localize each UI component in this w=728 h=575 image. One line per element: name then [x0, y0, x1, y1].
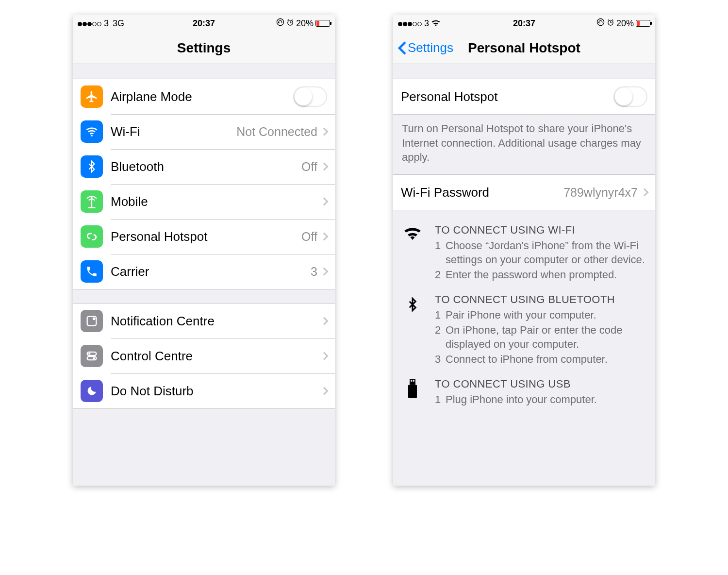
airplane-icon: [81, 85, 103, 108]
row-label: Mobile: [111, 194, 321, 209]
phone-icon: [81, 260, 103, 283]
chevron-right-icon: [320, 128, 329, 136]
wifi-status-icon: [431, 18, 441, 29]
battery-percent: 20%: [616, 18, 634, 29]
hotspot-screen: 3 20:37 20% Settings Personal Hotspot Pe…: [393, 15, 655, 486]
signal-dots-icon: [78, 18, 102, 29]
svg-line-4: [287, 19, 288, 20]
svg-line-22: [612, 19, 613, 20]
cellular-icon: [81, 190, 103, 213]
svg-rect-24: [411, 380, 412, 382]
instructions-bluetooth: TO CONNECT USING BLUETOOTH 1Pair iPhone …: [401, 293, 647, 366]
row-control-centre[interactable]: Control Centre: [73, 338, 335, 373]
wifi-icon: [401, 224, 424, 282]
airplane-toggle[interactable]: [293, 86, 327, 107]
row-do-not-disturb[interactable]: Do Not Disturb: [73, 373, 335, 408]
instructions-wifi: TO CONNECT USING WI-FI 1Choose “Jordan's…: [401, 224, 647, 282]
bluetooth-icon: [81, 155, 103, 178]
carrier-name: 3: [424, 18, 429, 29]
row-value: Off: [301, 230, 317, 244]
row-value: 789wlynyr4x7: [563, 186, 638, 200]
row-label: Notification Centre: [111, 314, 321, 329]
row-mobile[interactable]: Mobile: [73, 184, 335, 219]
hotspot-password-group: Wi-Fi Password 789wlynyr4x7: [393, 174, 655, 210]
battery-icon: [315, 20, 330, 27]
row-label: Control Centre: [111, 349, 321, 364]
row-carrier[interactable]: Carrier 3: [73, 254, 335, 289]
hotspot-toggle[interactable]: [613, 86, 647, 107]
row-label: Personal Hotspot: [401, 89, 613, 104]
wifi-icon: [81, 120, 103, 143]
orientation-lock-icon: [596, 18, 605, 29]
instructions-step: Enter the password when prompted.: [446, 268, 617, 282]
bluetooth-icon: [401, 293, 424, 366]
row-wifi-password[interactable]: Wi-Fi Password 789wlynyr4x7: [393, 175, 655, 210]
row-label: Carrier: [111, 264, 311, 279]
network-type: 3G: [113, 18, 124, 29]
battery-percent: 20%: [296, 18, 314, 29]
settings-screen: 3 3G 20:37 20% Settings Airplane Mode: [73, 15, 335, 486]
chevron-right-icon: [320, 352, 329, 360]
clock: 20:37: [162, 18, 246, 29]
instructions-title: TO CONNECT USING BLUETOOTH: [435, 293, 647, 306]
svg-line-21: [608, 19, 609, 20]
clock: 20:37: [482, 18, 566, 29]
row-label: Wi-Fi: [111, 124, 236, 139]
status-bar: 3 3G 20:37 20%: [73, 15, 335, 32]
row-notification-centre[interactable]: Notification Centre: [73, 304, 335, 338]
svg-point-0: [277, 18, 283, 25]
svg-point-17: [597, 18, 604, 25]
chevron-right-icon: [320, 233, 329, 241]
back-label: Settings: [408, 40, 453, 55]
row-hotspot-toggle[interactable]: Personal Hotspot: [393, 79, 655, 114]
instructions-step: Pair iPhone with your computer.: [446, 308, 596, 322]
row-label: Airplane Mode: [111, 89, 293, 104]
alarm-icon: [607, 18, 614, 29]
page-title: Personal Hotspot: [468, 40, 580, 56]
row-value: 3: [311, 265, 317, 279]
chevron-right-icon: [320, 317, 329, 325]
signal-dots-icon: [398, 18, 422, 29]
row-wifi[interactable]: Wi-Fi Not Connected: [73, 114, 335, 149]
alarm-icon: [286, 18, 294, 29]
back-button[interactable]: Settings: [398, 32, 453, 64]
settings-group-notifications: Notification Centre Control Centre Do No…: [73, 303, 335, 409]
instructions: TO CONNECT USING WI-FI 1Choose “Jordan's…: [393, 210, 655, 406]
svg-point-16: [93, 357, 95, 359]
chevron-right-icon: [320, 198, 329, 206]
settings-group-connectivity: Airplane Mode Wi-Fi Not Connected Blueto…: [73, 79, 335, 289]
orientation-lock-icon: [276, 18, 284, 29]
svg-point-14: [88, 353, 90, 355]
battery-icon: [636, 20, 650, 27]
nav-bar: Settings: [73, 32, 335, 64]
hotspot-toggle-group: Personal Hotspot: [393, 79, 655, 115]
row-personal-hotspot[interactable]: Personal Hotspot Off: [73, 219, 335, 254]
svg-point-6: [91, 135, 93, 136]
hotspot-description: Turn on Personal Hotspot to share your i…: [393, 115, 655, 171]
chevron-right-icon: [320, 268, 329, 276]
instructions-title: TO CONNECT USING WI-FI: [435, 224, 647, 237]
usb-icon: [401, 378, 424, 406]
hotspot-icon: [81, 225, 103, 248]
svg-rect-25: [413, 380, 414, 382]
instructions-step: Plug iPhone into your computer.: [446, 392, 597, 406]
chevron-right-icon: [320, 163, 329, 171]
svg-rect-26: [408, 385, 417, 398]
svg-point-12: [93, 317, 96, 320]
row-label: Wi-Fi Password: [401, 185, 563, 200]
instructions-step: On iPhone, tap Pair or enter the code di…: [446, 323, 647, 351]
nav-bar: Settings Personal Hotspot: [393, 32, 655, 64]
status-bar: 3 20:37 20%: [393, 15, 655, 32]
notification-centre-icon: [81, 310, 103, 332]
row-label: Bluetooth: [111, 159, 301, 174]
row-bluetooth[interactable]: Bluetooth Off: [73, 149, 335, 184]
chevron-right-icon: [641, 188, 649, 197]
moon-icon: [81, 380, 103, 402]
instructions-title: TO CONNECT USING USB: [435, 378, 647, 390]
svg-rect-23: [410, 379, 415, 385]
page-title: Settings: [177, 40, 231, 56]
row-airplane-mode[interactable]: Airplane Mode: [73, 79, 335, 114]
instructions-usb: TO CONNECT USING USB 1Plug iPhone into y…: [401, 378, 647, 406]
row-value: Not Connected: [236, 125, 317, 139]
carrier-name: 3: [104, 18, 109, 29]
